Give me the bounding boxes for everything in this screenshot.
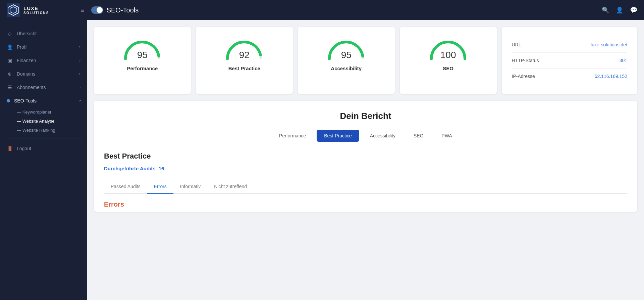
score-value-performance: 95 (137, 50, 148, 60)
audit-tab-errors[interactable]: Errors (147, 180, 173, 194)
logo-icon (7, 3, 20, 17)
section-title: Best Practice (104, 152, 627, 161)
http-label: HTTP-Status (512, 58, 539, 63)
score-card-seo: 100 SEO (400, 27, 497, 94)
sidebar-item-domains[interactable]: ⊕ Domains › (0, 67, 87, 81)
header-actions: 🔍 👤 💬 (602, 6, 637, 14)
sidebar-label-seo-tools: SEO-Tools (14, 98, 37, 103)
logo-line1: LUXE (23, 5, 49, 11)
sidebar: ◇ Übersicht 👤 Profil › ▣ Finanzen › ⊕ Do… (0, 20, 87, 300)
audit-count-value: 16 (159, 166, 164, 171)
search-icon[interactable]: 🔍 (602, 6, 609, 14)
sub-label-website-analyse: Website Analyse (22, 119, 55, 124)
header: LUXE SOLUTIONS ≡ SEO-Tools 🔍 👤 💬 (0, 0, 644, 20)
sidebar-label-domains: Domains (17, 71, 35, 77)
gauge-accessibility: 95 (324, 35, 368, 60)
main-content: 95 Performance 92 Best Practice (87, 20, 644, 300)
report-title: Dein Bericht (104, 111, 627, 121)
hamburger-icon[interactable]: ≡ (80, 6, 85, 14)
audit-tab-nicht-zutreffend[interactable]: Nicht zutreffend (207, 180, 254, 194)
info-card: URL luxe-solutions.de/ HTTP-Status 301 I… (502, 27, 637, 94)
score-label-accessibility: Accessibility (331, 66, 362, 71)
abonnements-icon: ☰ (7, 85, 13, 90)
sidebar-label-logout: Logout (17, 146, 31, 151)
arrow-icon-abonnements: › (79, 85, 80, 90)
sub-label-website-ranking: Website Ranking (22, 128, 55, 133)
audit-count-label: Durchgeführte Audits: (104, 166, 157, 171)
info-url-row: URL luxe-solutions.de/ (512, 37, 627, 53)
score-value-accessibility: 95 (341, 50, 352, 60)
score-label-best-practice: Best Practice (228, 66, 260, 71)
finanzen-icon: ▣ (7, 58, 13, 63)
score-label-performance: Performance (127, 66, 158, 71)
sidebar-item-seo-tools[interactable]: SEO-Tools › (0, 94, 87, 108)
chat-icon[interactable]: 💬 (630, 6, 637, 14)
tab-seo[interactable]: SEO (406, 130, 431, 142)
score-card-accessibility: 95 Accessibility (298, 27, 395, 94)
tab-accessibility[interactable]: Accessibility (363, 130, 403, 142)
seo-icon (7, 99, 10, 102)
report-tabs: Performance Best Practice Accessibility … (104, 130, 627, 142)
toggle-switch[interactable] (91, 6, 103, 14)
sidebar-item-logout[interactable]: 🚪 Logout (0, 142, 87, 155)
score-card-best-practice: 92 Best Practice (196, 27, 293, 94)
tab-performance[interactable]: Performance (272, 130, 313, 142)
sub-label-keywordplaner: Keywordplaner (22, 110, 52, 115)
sidebar-sub-website-ranking[interactable]: Website Ranking (0, 126, 87, 135)
sidebar-item-abonnements[interactable]: ☰ Abonnements › (0, 81, 87, 94)
sidebar-item-profil[interactable]: 👤 Profil › (0, 40, 87, 54)
gauge-best-practice: 92 (222, 35, 266, 60)
audit-tabs: Passed Audits Errors Informativ Nicht zu… (104, 180, 627, 194)
sidebar-sub-website-analyse[interactable]: Website Analyse (0, 117, 87, 126)
tab-best-practice[interactable]: Best Practice (317, 130, 359, 142)
logout-icon: 🚪 (7, 146, 13, 151)
ip-label: IP-Adresse (512, 74, 535, 79)
arrow-icon-domains: › (79, 72, 80, 76)
score-label-seo: SEO (443, 66, 453, 71)
user-icon[interactable]: 👤 (616, 6, 623, 14)
url-value: luxe-solutions.de/ (591, 42, 627, 47)
sidebar-label-finanzen: Finanzen (17, 58, 36, 63)
svg-rect-0 (7, 3, 20, 17)
tab-pwa[interactable]: PWA (434, 130, 460, 142)
audit-count: Durchgeführte Audits: 16 (104, 166, 627, 171)
report-section: Dein Bericht Performance Best Practice A… (94, 101, 637, 212)
arrow-icon-seo: › (77, 100, 82, 101)
page-title: SEO-Tools (107, 6, 602, 14)
sidebar-sub-keywordplaner[interactable]: Keywordplaner (0, 108, 87, 117)
audit-tab-passed[interactable]: Passed Audits (104, 180, 147, 194)
overview-icon: ◇ (7, 31, 13, 36)
score-cards-row: 95 Performance 92 Best Practice (94, 27, 637, 94)
http-value: 301 (620, 58, 627, 63)
logo: LUXE SOLUTIONS (7, 3, 80, 17)
url-label: URL (512, 42, 521, 47)
info-http-row: HTTP-Status 301 (512, 53, 627, 69)
arrow-icon: › (79, 45, 80, 49)
logo-line2: SOLUTIONS (23, 11, 49, 15)
sidebar-divider (7, 138, 80, 138)
errors-title: Errors (104, 194, 627, 212)
sidebar-item-ubersicht[interactable]: ◇ Übersicht (0, 27, 87, 40)
domains-icon: ⊕ (7, 71, 13, 77)
audit-tab-informativ[interactable]: Informativ (173, 180, 207, 194)
info-ip-row: IP-Adresse 62.116.169.152 (512, 69, 627, 84)
sidebar-label-ubersicht: Übersicht (17, 31, 37, 36)
profil-icon: 👤 (7, 44, 13, 50)
score-card-performance: 95 Performance (94, 27, 191, 94)
gauge-seo: 100 (426, 35, 470, 60)
sidebar-label-abonnements: Abonnements (17, 85, 46, 90)
ip-value: 62.116.169.152 (595, 74, 627, 79)
sidebar-label-profil: Profil (17, 44, 28, 50)
score-value-best-practice: 92 (239, 50, 250, 60)
gauge-performance: 95 (120, 35, 164, 60)
score-value-seo: 100 (440, 50, 456, 60)
arrow-icon-finanzen: › (79, 58, 80, 63)
layout: ◇ Übersicht 👤 Profil › ▣ Finanzen › ⊕ Do… (0, 20, 644, 300)
sidebar-item-finanzen[interactable]: ▣ Finanzen › (0, 54, 87, 67)
